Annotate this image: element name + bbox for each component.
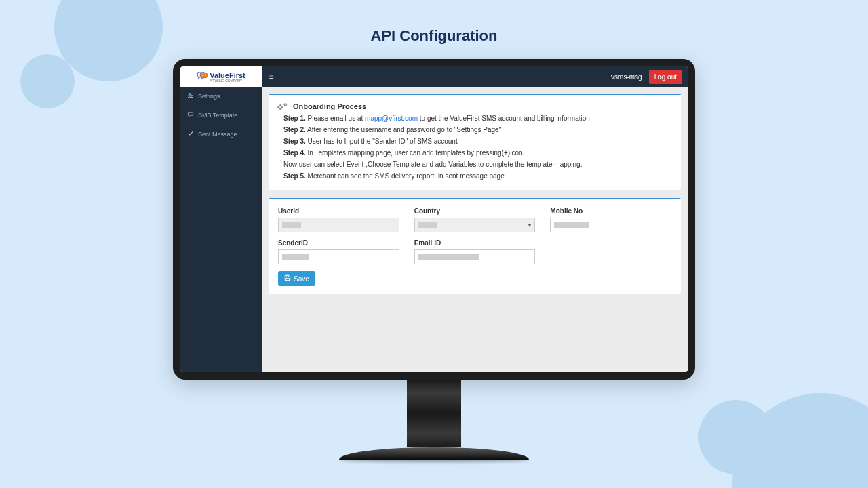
svg-rect-9 (280, 109, 281, 110)
onboarding-step-3: Step 3. User has to Input the "Sender ID… (283, 137, 673, 146)
svg-point-5 (189, 97, 190, 98)
svg-rect-14 (286, 275, 288, 277)
svg-point-13 (285, 104, 286, 106)
mobile-label: Mobile No (550, 207, 671, 215)
userid-label: UserId (278, 207, 399, 215)
panel-title-text: Onboarding Process (293, 102, 366, 110)
brand-icon (197, 72, 208, 81)
sidebar-item-label: Sent Message (198, 131, 237, 138)
sliders-icon (187, 92, 194, 100)
logout-button[interactable]: Log out (649, 70, 682, 84)
onboarding-panel: Onboarding Process Step 1. Please email … (269, 94, 681, 190)
sidebar-item-label: SMS Template (198, 112, 237, 119)
brand-tagline: A TWILIO COMPANY (210, 79, 245, 83)
monitor-illustration: ValueFirst A TWILIO COMPANY ≡ vsms-msg L… (173, 59, 695, 462)
sidebar-item-sms-template[interactable]: SMS Template (180, 106, 262, 125)
onboarding-step-4-note: Now user can select Event ,Choose Templa… (283, 160, 673, 169)
page-title: API Configuration (0, 27, 868, 45)
svg-point-1 (189, 94, 191, 95)
hamburger-menu-icon[interactable]: ≡ (262, 72, 281, 81)
sidebar-item-sent-message[interactable]: Sent Message (180, 125, 262, 144)
svg-point-7 (279, 106, 281, 108)
email-label: Email ID (414, 239, 536, 247)
main-content: Onboarding Process Step 1. Please email … (262, 87, 688, 372)
svg-rect-15 (286, 279, 290, 281)
brand-name: ValueFirst (210, 71, 245, 79)
settings-form-panel: UserId Country ▾ (269, 198, 681, 294)
brand-logo[interactable]: ValueFirst A TWILIO COMPANY (180, 66, 262, 87)
onboarding-step-5: Step 5. Merchant can see the SMS deliver… (283, 171, 673, 181)
support-email-link[interactable]: mapp@vfirst.com (365, 115, 418, 122)
gears-icon (277, 102, 289, 111)
monitor-stand (407, 380, 461, 447)
save-disk-icon (284, 274, 291, 283)
chat-icon (187, 111, 194, 119)
save-button-label: Save (294, 275, 309, 283)
save-button[interactable]: Save (278, 271, 315, 286)
svg-rect-11 (282, 107, 283, 108)
topbar: ValueFirst A TWILIO COMPANY ≡ vsms-msg L… (180, 66, 688, 87)
mobile-field[interactable] (550, 218, 671, 232)
bg-decoration (698, 400, 773, 474)
email-field[interactable] (414, 249, 536, 264)
monitor-shadow (339, 458, 529, 462)
svg-point-3 (191, 95, 192, 96)
userid-field[interactable] (278, 218, 399, 232)
sidebar-item-label: Settings (198, 93, 220, 100)
svg-rect-10 (277, 107, 279, 108)
check-icon (187, 130, 194, 138)
current-user-label: vsms-msg (611, 73, 642, 81)
svg-rect-8 (280, 104, 281, 106)
bg-decoration (20, 54, 75, 108)
country-label: Country (414, 207, 536, 215)
app-screen: ValueFirst A TWILIO COMPANY ≡ vsms-msg L… (180, 66, 688, 372)
onboarding-step-1: Step 1. Please email us at mapp@vfirst.c… (283, 114, 673, 123)
onboarding-step-4: Step 4. In Templates mapping page, user … (283, 148, 673, 158)
sidebar-item-settings[interactable]: Settings (180, 87, 262, 106)
monitor-bezel: ValueFirst A TWILIO COMPANY ≡ vsms-msg L… (173, 59, 695, 380)
senderid-field[interactable] (278, 249, 399, 264)
country-select[interactable]: ▾ (414, 218, 536, 232)
sidebar: Settings SMS Template Sent (180, 87, 262, 372)
chevron-down-icon: ▾ (528, 222, 531, 228)
onboarding-step-2: Step 2. After entering the username and … (283, 125, 673, 135)
senderid-label: SenderID (278, 239, 399, 247)
